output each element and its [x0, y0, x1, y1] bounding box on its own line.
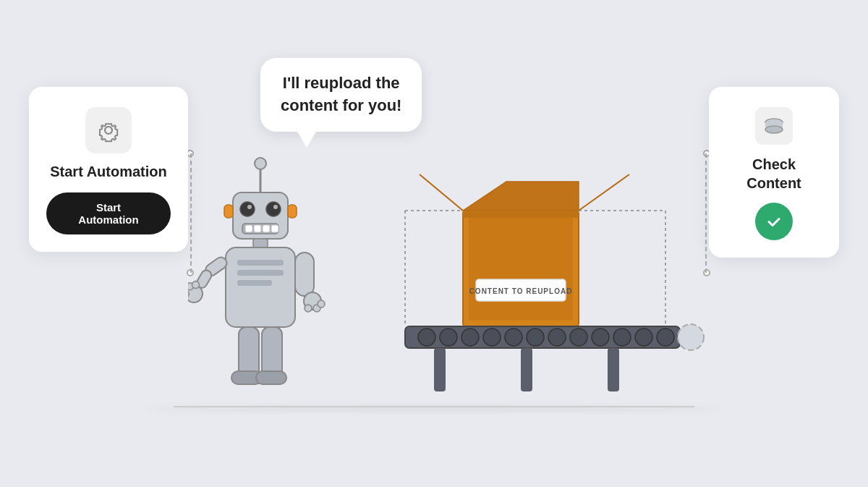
conveyor-assembly: CONTENT TO REUPLOAD — [391, 153, 694, 409]
svg-point-7 — [266, 202, 281, 216]
svg-point-9 — [273, 205, 278, 209]
svg-point-55 — [613, 329, 631, 346]
svg-point-32 — [318, 300, 325, 308]
svg-rect-58 — [434, 348, 446, 391]
svg-point-53 — [570, 329, 587, 346]
svg-point-52 — [548, 329, 566, 346]
svg-point-54 — [592, 329, 609, 346]
start-automation-button[interactable]: Start Automation — [46, 192, 171, 234]
start-automation-card: Start Automation Start Automation — [29, 87, 188, 252]
svg-rect-14 — [254, 225, 261, 232]
svg-point-51 — [527, 329, 544, 346]
svg-rect-36 — [256, 371, 286, 384]
svg-point-57 — [657, 329, 674, 346]
svg-rect-28 — [295, 253, 314, 296]
svg-marker-39 — [420, 174, 463, 211]
svg-point-47 — [440, 329, 457, 346]
check-circle — [755, 203, 793, 240]
svg-point-6 — [240, 202, 255, 216]
svg-rect-19 — [237, 260, 284, 266]
svg-rect-15 — [263, 225, 270, 232]
coin-icon — [755, 107, 793, 145]
svg-marker-40 — [579, 174, 629, 211]
svg-rect-33 — [239, 327, 259, 378]
speech-bubble: I'll reupload the content for you! — [260, 58, 422, 132]
svg-rect-38 — [469, 216, 573, 321]
check-content-title: Check Content — [723, 155, 825, 192]
svg-marker-41 — [463, 182, 579, 211]
svg-rect-13 — [245, 225, 252, 232]
svg-rect-11 — [288, 205, 297, 218]
svg-point-65 — [678, 324, 704, 350]
gear-icon — [85, 107, 132, 153]
svg-point-8 — [247, 205, 252, 209]
svg-point-49 — [483, 329, 501, 346]
svg-rect-18 — [226, 247, 295, 327]
svg-rect-42 — [463, 211, 579, 218]
svg-rect-16 — [271, 225, 278, 232]
svg-rect-21 — [237, 280, 272, 286]
check-content-card: Check Content — [709, 87, 839, 258]
svg-rect-59 — [521, 348, 532, 391]
svg-point-30 — [305, 305, 312, 312]
svg-rect-10 — [224, 205, 233, 218]
svg-rect-20 — [237, 270, 284, 276]
scene: Start Automation Start Automation Check … — [0, 0, 868, 487]
svg-point-4 — [255, 158, 266, 169]
start-automation-title: Start Automation — [50, 162, 166, 181]
svg-point-48 — [461, 329, 479, 346]
svg-rect-17 — [253, 239, 268, 247]
svg-text:CONTENT TO REUPLOAD: CONTENT TO REUPLOAD — [469, 287, 573, 295]
svg-point-56 — [635, 329, 652, 346]
svg-rect-34 — [262, 327, 282, 378]
svg-point-50 — [505, 329, 522, 346]
robot — [188, 153, 347, 409]
svg-point-46 — [418, 329, 435, 346]
svg-point-2 — [765, 126, 783, 133]
svg-rect-60 — [608, 348, 619, 391]
